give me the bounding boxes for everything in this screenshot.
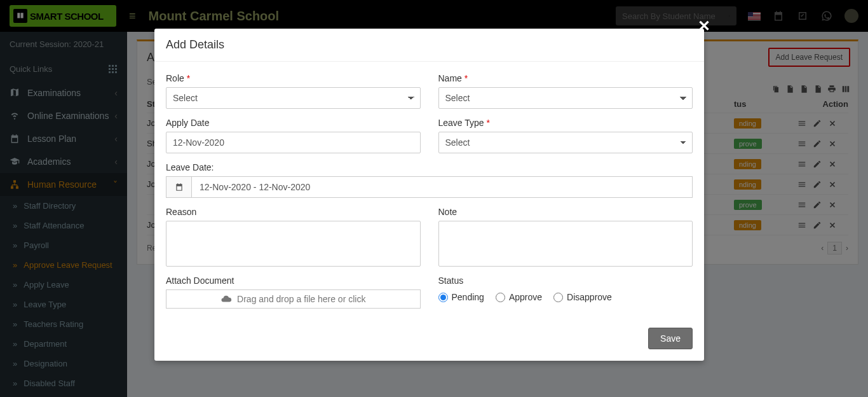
modal-footer: Save: [154, 320, 704, 361]
modal-header: Add Details: [154, 29, 704, 62]
role-label: Role *: [166, 73, 421, 83]
leave-type-select[interactable]: Select: [438, 132, 693, 153]
note-textarea[interactable]: [438, 221, 693, 267]
cloud-upload-icon: [220, 293, 232, 305]
leave-date-group: Leave Date:: [166, 162, 693, 198]
modal-title: Add Details: [166, 38, 693, 52]
note-label: Note: [438, 207, 693, 217]
status-group: Status Pending Approve Disapprove: [438, 275, 693, 309]
status-disapprove-option[interactable]: Disapprove: [553, 292, 612, 302]
name-label: Name *: [438, 73, 693, 83]
leave-date-input[interactable]: [191, 176, 693, 198]
apply-date-input[interactable]: [166, 132, 421, 153]
status-radio-row: Pending Approve Disapprove: [438, 292, 693, 302]
dropzone-text: Drag and drop a file here or click: [237, 294, 365, 304]
status-approve-option[interactable]: Approve: [496, 292, 542, 302]
reason-group: Reason: [166, 207, 421, 267]
leave-type-group: Leave Type * Select: [438, 118, 693, 153]
apply-date-group: Apply Date: [166, 118, 421, 153]
modal-body: Role * Select Name * Select Apply Date L…: [154, 62, 704, 320]
file-dropzone[interactable]: Drag and drop a file here or click: [166, 289, 421, 309]
name-group: Name * Select: [438, 73, 693, 109]
status-approve-radio[interactable]: [496, 293, 505, 302]
add-details-modal: ✕ Add Details Role * Select Name * Selec…: [154, 29, 704, 361]
calendar-addon-icon[interactable]: [166, 176, 191, 198]
status-label: Status: [438, 275, 693, 286]
status-pending-radio[interactable]: [438, 293, 448, 302]
attach-group: Attach Document Drag and drop a file her…: [166, 275, 421, 309]
attach-label: Attach Document: [166, 275, 421, 286]
role-group: Role * Select: [166, 73, 421, 109]
save-button[interactable]: Save: [648, 328, 693, 349]
status-pending-option[interactable]: Pending: [438, 292, 484, 302]
note-group: Note: [438, 207, 693, 267]
leave-type-label: Leave Type *: [438, 118, 693, 128]
role-select[interactable]: Select: [166, 87, 421, 109]
reason-textarea[interactable]: [166, 221, 421, 267]
apply-date-label: Apply Date: [166, 118, 421, 128]
reason-label: Reason: [166, 207, 421, 217]
leave-date-label: Leave Date:: [166, 162, 693, 172]
status-disapprove-radio[interactable]: [553, 293, 563, 302]
modal-close-icon[interactable]: ✕: [698, 17, 710, 35]
name-select[interactable]: Select: [438, 87, 693, 109]
